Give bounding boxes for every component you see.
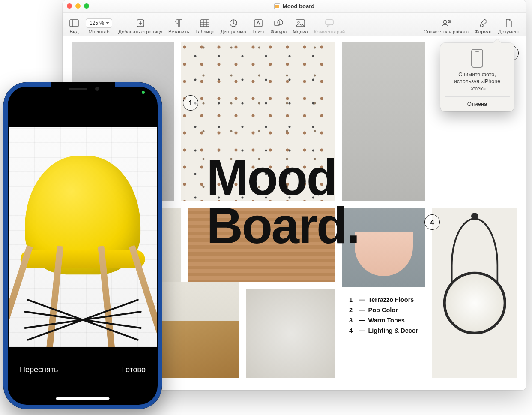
svg-point-13	[278, 20, 283, 25]
sidebar-icon	[69, 18, 80, 28]
toolbar-format[interactable]: Формат	[475, 18, 492, 34]
toolbar-document[interactable]: Документ	[498, 18, 520, 34]
retake-button[interactable]: Переснять	[20, 365, 58, 374]
toolbar-text-label: Текст	[252, 29, 265, 34]
toolbar-add-page-label: Добавить страницу	[118, 29, 162, 34]
toolbar: Вид 125 % Масштаб Добавить страницу Вста…	[63, 13, 526, 36]
text-icon	[253, 18, 264, 28]
placeholder-fur	[246, 289, 335, 378]
minimize-window-button[interactable]	[75, 3, 81, 9]
svg-rect-16	[326, 20, 333, 25]
toolbar-add-page[interactable]: Добавить страницу	[118, 18, 162, 34]
window-title-text: Mood board	[283, 3, 314, 9]
toolbar-table-label: Таблица	[195, 29, 215, 34]
popover-cancel-button[interactable]: Отмена	[445, 96, 510, 111]
toolbar-shape[interactable]: Фигура	[271, 18, 287, 34]
mirror-frame	[443, 272, 506, 335]
popover-text: Снимите фото, используя «iPhone Derek»	[445, 71, 510, 96]
iphone-notch	[51, 82, 115, 95]
svg-rect-0	[70, 20, 78, 27]
svg-rect-5	[200, 20, 209, 27]
paragraph-icon	[173, 18, 184, 28]
captured-photo-preview	[9, 127, 157, 347]
toolbar-collaborate[interactable]: Совместная работа	[424, 18, 469, 34]
toolbar-view[interactable]: Вид	[69, 18, 80, 34]
window-title: Mood board	[274, 3, 314, 9]
zoom-select[interactable]: 125 %	[86, 18, 112, 28]
done-button[interactable]: Готово	[122, 365, 146, 374]
titlebar: Mood board	[63, 0, 526, 13]
toolbar-insert-label: Вставить	[168, 29, 189, 34]
toolbar-document-label: Документ	[498, 29, 520, 34]
toolbar-table[interactable]: Таблица	[195, 18, 215, 34]
toolbar-zoom-label: Масштаб	[88, 29, 109, 34]
collaborate-icon	[441, 18, 452, 28]
toolbar-insert[interactable]: Вставить	[168, 18, 189, 34]
legend-row: 4—Lighting & Decor	[349, 326, 418, 336]
iphone-screen: Переснять Готово	[9, 87, 157, 404]
media-icon	[295, 18, 306, 28]
legend-row: 3—Warm Tones	[349, 316, 418, 326]
continuity-camera-popover: Снимите фото, используя «iPhone Derek» О…	[440, 43, 514, 111]
placeholder-mirror	[432, 208, 517, 378]
window-controls	[67, 3, 89, 9]
toolbar-comment: Комментарий	[314, 18, 345, 34]
toolbar-shape-label: Фигура	[271, 29, 287, 34]
svg-point-17	[443, 20, 447, 24]
iphone-icon	[471, 49, 483, 68]
shape-icon	[273, 18, 284, 28]
zoom-value: 125 %	[90, 20, 104, 26]
toolbar-zoom[interactable]: 125 % Масштаб	[86, 18, 112, 34]
svg-point-15	[298, 21, 299, 23]
legend-row: 2—Pop Color	[349, 305, 418, 316]
lamp-graphic	[355, 232, 413, 276]
comment-icon	[324, 18, 335, 28]
camera-active-indicator	[142, 91, 145, 94]
legend-row: 1—Terrazzo Floors	[349, 295, 418, 305]
marker-1: 1	[183, 95, 198, 111]
toolbar-format-label: Формат	[475, 29, 492, 34]
svg-rect-12	[275, 21, 279, 26]
home-indicator[interactable]	[56, 397, 110, 400]
legend: 1—Terrazzo Floors 2—Pop Color 3—Warm Ton…	[349, 295, 418, 336]
toolbar-media[interactable]: Медиа	[293, 18, 308, 34]
toolbar-text[interactable]: Текст	[252, 18, 265, 34]
chart-icon	[228, 18, 239, 28]
svg-rect-14	[296, 20, 305, 27]
document-headline: Mood Board.	[206, 153, 359, 250]
zoom-window-button[interactable]	[84, 3, 89, 9]
close-window-button[interactable]	[67, 3, 72, 9]
toolbar-media-label: Медиа	[293, 29, 308, 34]
add-page-icon	[135, 18, 146, 28]
marker-4: 4	[424, 214, 440, 230]
iphone-device: Переснять Готово	[3, 82, 162, 409]
chair-legs	[19, 246, 146, 347]
toolbar-chart-label: Диаграмма	[221, 29, 246, 34]
toolbar-comment-label: Комментарий	[314, 29, 345, 34]
toolbar-view-label: Вид	[70, 29, 79, 34]
document-settings-icon	[503, 18, 514, 28]
document-icon	[274, 3, 280, 9]
camera-bottom-bar: Переснять Готово	[9, 347, 157, 404]
headline-line2: Board.	[206, 197, 359, 254]
paintbrush-icon	[478, 18, 489, 28]
table-icon	[199, 18, 210, 28]
toolbar-collab-label: Совместная работа	[424, 29, 469, 34]
toolbar-chart[interactable]: Диаграмма	[221, 18, 246, 34]
